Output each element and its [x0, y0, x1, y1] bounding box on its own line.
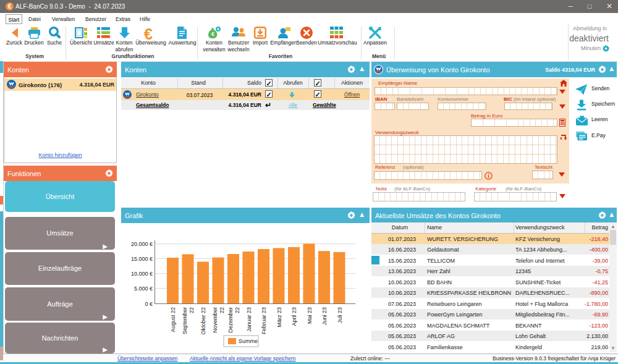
svg-text:Mai 23: Mai 23: [307, 307, 313, 324]
svg-text:22: 22: [219, 307, 225, 313]
svg-text:Januar 23: Januar 23: [246, 307, 252, 332]
svg-text:Juli 23: Juli 23: [337, 307, 343, 323]
svg-text:0 €: 0 €: [145, 301, 153, 307]
svg-text:März 23: März 23: [276, 307, 282, 328]
svg-text:10.000 €: 10.000 €: [131, 271, 153, 277]
svg-text:€: €: [211, 31, 214, 37]
svg-text:20.000 €: 20.000 €: [131, 241, 153, 247]
svg-text:5.000 €: 5.000 €: [134, 286, 153, 292]
svg-text:November: November: [212, 307, 218, 333]
svg-text:22: 22: [234, 307, 240, 313]
svg-text:Juni 23: Juni 23: [321, 307, 328, 325]
svg-text:Dezember: Dezember: [227, 307, 234, 333]
svg-text:September: September: [182, 307, 188, 334]
svg-text:22: 22: [188, 307, 195, 313]
svg-text:April 23: April 23: [291, 307, 297, 326]
svg-text:Februar 23: Februar 23: [261, 307, 267, 334]
svg-text:15.000 €: 15.000 €: [131, 256, 153, 262]
svg-text:Oktober 22: Oktober 22: [200, 307, 206, 335]
svg-text:Summe: Summe: [239, 338, 258, 344]
svg-text:August 22: August 22: [170, 307, 176, 332]
